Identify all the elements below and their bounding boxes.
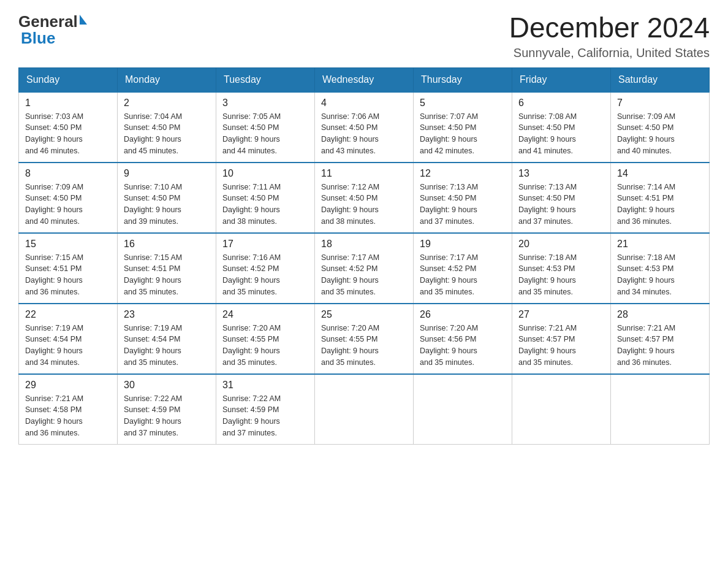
day-info: Sunrise: 7:20 AMSunset: 4:56 PMDaylight:… [420, 323, 506, 369]
day-number: 19 [420, 239, 506, 250]
calendar-cell: 3Sunrise: 7:05 AMSunset: 4:50 PMDaylight… [216, 92, 315, 163]
day-number: 7 [617, 98, 703, 109]
calendar-cell: 24Sunrise: 7:20 AMSunset: 4:55 PMDayligh… [216, 304, 315, 374]
calendar-cell: 7Sunrise: 7:09 AMSunset: 4:50 PMDaylight… [611, 92, 710, 163]
calendar-cell: 20Sunrise: 7:18 AMSunset: 4:53 PMDayligh… [512, 233, 611, 304]
calendar-cell: 26Sunrise: 7:20 AMSunset: 4:56 PMDayligh… [414, 304, 512, 374]
day-number: 2 [124, 98, 210, 109]
day-number: 10 [222, 168, 308, 179]
day-number: 27 [518, 309, 604, 320]
day-number: 6 [518, 98, 604, 109]
calendar-cell: 5Sunrise: 7:07 AMSunset: 4:50 PMDaylight… [414, 92, 512, 163]
day-info: Sunrise: 7:22 AMSunset: 4:59 PMDaylight:… [124, 393, 210, 439]
calendar-cell: 16Sunrise: 7:15 AMSunset: 4:51 PMDayligh… [118, 233, 216, 304]
calendar-header-row: Sunday Monday Tuesday Wednesday Thursday… [19, 67, 710, 92]
day-number: 14 [617, 168, 703, 179]
day-number: 28 [617, 309, 703, 320]
calendar-cell: 9Sunrise: 7:10 AMSunset: 4:50 PMDaylight… [118, 163, 216, 233]
calendar-cell: 11Sunrise: 7:12 AMSunset: 4:50 PMDayligh… [315, 163, 414, 233]
calendar-cell: 30Sunrise: 7:22 AMSunset: 4:59 PMDayligh… [118, 374, 216, 445]
day-number: 20 [518, 239, 604, 250]
day-info: Sunrise: 7:18 AMSunset: 4:53 PMDaylight:… [617, 252, 703, 298]
header-friday: Friday [512, 67, 611, 92]
calendar-cell: 10Sunrise: 7:11 AMSunset: 4:50 PMDayligh… [216, 163, 315, 233]
calendar-cell: 31Sunrise: 7:22 AMSunset: 4:59 PMDayligh… [216, 374, 315, 445]
day-info: Sunrise: 7:21 AMSunset: 4:57 PMDaylight:… [617, 323, 703, 369]
day-info: Sunrise: 7:19 AMSunset: 4:54 PMDaylight:… [124, 323, 210, 369]
day-number: 16 [124, 239, 210, 250]
logo: General Blue [18, 12, 87, 48]
day-number: 15 [25, 239, 111, 250]
calendar-cell: 25Sunrise: 7:20 AMSunset: 4:55 PMDayligh… [315, 304, 414, 374]
header-sunday: Sunday [19, 67, 118, 92]
day-info: Sunrise: 7:21 AMSunset: 4:58 PMDaylight:… [25, 393, 111, 439]
header-monday: Monday [118, 67, 216, 92]
day-number: 22 [25, 309, 111, 320]
day-number: 4 [321, 98, 407, 109]
day-info: Sunrise: 7:15 AMSunset: 4:51 PMDaylight:… [124, 252, 210, 298]
day-info: Sunrise: 7:22 AMSunset: 4:59 PMDaylight:… [222, 393, 308, 439]
day-info: Sunrise: 7:11 AMSunset: 4:50 PMDaylight:… [222, 182, 308, 228]
calendar-cell: 22Sunrise: 7:19 AMSunset: 4:54 PMDayligh… [19, 304, 118, 374]
calendar-cell: 8Sunrise: 7:09 AMSunset: 4:50 PMDaylight… [19, 163, 118, 233]
day-number: 30 [124, 380, 210, 391]
day-number: 23 [124, 309, 210, 320]
logo-blue-text: Blue [18, 29, 87, 48]
day-number: 8 [25, 168, 111, 179]
calendar-cell: 4Sunrise: 7:06 AMSunset: 4:50 PMDaylight… [315, 92, 414, 163]
day-info: Sunrise: 7:13 AMSunset: 4:50 PMDaylight:… [518, 182, 604, 228]
calendar-cell [611, 374, 710, 445]
calendar-cell: 28Sunrise: 7:21 AMSunset: 4:57 PMDayligh… [611, 304, 710, 374]
calendar-cell: 14Sunrise: 7:14 AMSunset: 4:51 PMDayligh… [611, 163, 710, 233]
header-tuesday: Tuesday [216, 67, 315, 92]
day-info: Sunrise: 7:14 AMSunset: 4:51 PMDaylight:… [617, 182, 703, 228]
calendar-cell [512, 374, 611, 445]
day-info: Sunrise: 7:19 AMSunset: 4:54 PMDaylight:… [25, 323, 111, 369]
title-block: December 2024 Sunnyvale, California, Uni… [509, 12, 710, 60]
calendar-week-2: 8Sunrise: 7:09 AMSunset: 4:50 PMDaylight… [19, 163, 710, 233]
day-number: 21 [617, 239, 703, 250]
main-title: December 2024 [509, 12, 710, 44]
calendar-cell: 27Sunrise: 7:21 AMSunset: 4:57 PMDayligh… [512, 304, 611, 374]
day-number: 9 [124, 168, 210, 179]
calendar-table: Sunday Monday Tuesday Wednesday Thursday… [18, 67, 710, 445]
calendar-week-1: 1Sunrise: 7:03 AMSunset: 4:50 PMDaylight… [19, 92, 710, 163]
day-info: Sunrise: 7:09 AMSunset: 4:50 PMDaylight:… [25, 182, 111, 228]
header-thursday: Thursday [414, 67, 512, 92]
day-info: Sunrise: 7:05 AMSunset: 4:50 PMDaylight:… [222, 111, 308, 157]
day-info: Sunrise: 7:13 AMSunset: 4:50 PMDaylight:… [420, 182, 506, 228]
calendar-cell: 1Sunrise: 7:03 AMSunset: 4:50 PMDaylight… [19, 92, 118, 163]
calendar-cell: 23Sunrise: 7:19 AMSunset: 4:54 PMDayligh… [118, 304, 216, 374]
calendar-cell [414, 374, 512, 445]
day-number: 1 [25, 98, 111, 109]
subtitle: Sunnyvale, California, United States [509, 46, 710, 60]
day-number: 31 [222, 380, 308, 391]
day-info: Sunrise: 7:15 AMSunset: 4:51 PMDaylight:… [25, 252, 111, 298]
logo-arrow-icon [80, 15, 87, 25]
day-info: Sunrise: 7:18 AMSunset: 4:53 PMDaylight:… [518, 252, 604, 298]
day-info: Sunrise: 7:03 AMSunset: 4:50 PMDaylight:… [25, 111, 111, 157]
day-info: Sunrise: 7:06 AMSunset: 4:50 PMDaylight:… [321, 111, 407, 157]
day-info: Sunrise: 7:21 AMSunset: 4:57 PMDaylight:… [518, 323, 604, 369]
day-info: Sunrise: 7:09 AMSunset: 4:50 PMDaylight:… [617, 111, 703, 157]
day-info: Sunrise: 7:20 AMSunset: 4:55 PMDaylight:… [321, 323, 407, 369]
calendar-cell: 17Sunrise: 7:16 AMSunset: 4:52 PMDayligh… [216, 233, 315, 304]
day-info: Sunrise: 7:20 AMSunset: 4:55 PMDaylight:… [222, 323, 308, 369]
day-number: 29 [25, 380, 111, 391]
day-info: Sunrise: 7:07 AMSunset: 4:50 PMDaylight:… [420, 111, 506, 157]
day-info: Sunrise: 7:10 AMSunset: 4:50 PMDaylight:… [124, 182, 210, 228]
day-info: Sunrise: 7:17 AMSunset: 4:52 PMDaylight:… [420, 252, 506, 298]
calendar-cell: 21Sunrise: 7:18 AMSunset: 4:53 PMDayligh… [611, 233, 710, 304]
day-number: 5 [420, 98, 506, 109]
calendar-cell: 13Sunrise: 7:13 AMSunset: 4:50 PMDayligh… [512, 163, 611, 233]
day-info: Sunrise: 7:16 AMSunset: 4:52 PMDaylight:… [222, 252, 308, 298]
day-number: 18 [321, 239, 407, 250]
calendar-cell: 18Sunrise: 7:17 AMSunset: 4:52 PMDayligh… [315, 233, 414, 304]
day-number: 13 [518, 168, 604, 179]
calendar-week-4: 22Sunrise: 7:19 AMSunset: 4:54 PMDayligh… [19, 304, 710, 374]
calendar-cell: 2Sunrise: 7:04 AMSunset: 4:50 PMDaylight… [118, 92, 216, 163]
day-number: 24 [222, 309, 308, 320]
day-number: 25 [321, 309, 407, 320]
day-info: Sunrise: 7:04 AMSunset: 4:50 PMDaylight:… [124, 111, 210, 157]
day-info: Sunrise: 7:12 AMSunset: 4:50 PMDaylight:… [321, 182, 407, 228]
